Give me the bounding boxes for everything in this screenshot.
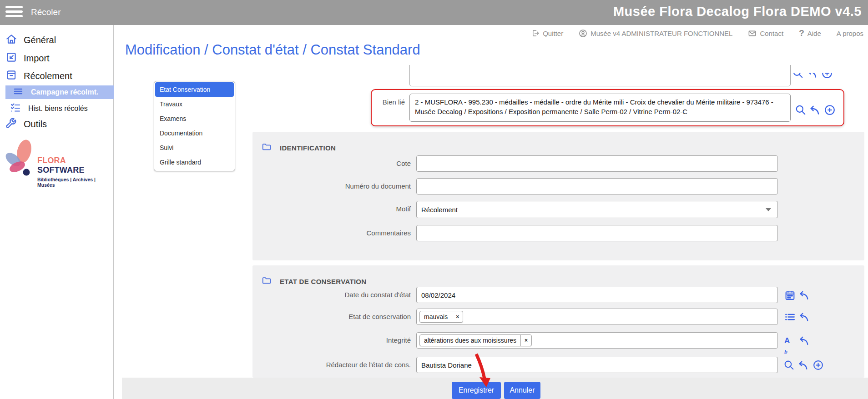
contact-link[interactable]: Contact — [748, 29, 783, 38]
home-icon — [5, 33, 17, 47]
bien-lie-label: Bien lié — [346, 98, 405, 106]
sidebar-label: Hist. biens récolés — [28, 105, 88, 113]
tag-label: altérations dues aux moisissures — [420, 335, 520, 346]
search-icon[interactable] — [795, 104, 807, 116]
undo-icon[interactable] — [807, 73, 818, 81]
date-constat-label: Date du constat d'état — [252, 291, 411, 299]
section-menu-item-travaux[interactable]: Travaux — [155, 97, 234, 111]
save-button[interactable]: Enregistrer — [452, 382, 501, 399]
user-label: Musée v4 ADMINISTRATEUR FONCTIONNEL — [590, 30, 732, 37]
section-menu-item-suivi[interactable]: Suivi — [155, 140, 234, 155]
text-ab-icon[interactable]: Ab — [784, 335, 796, 346]
integrite-actions: Ab — [784, 335, 810, 346]
add-icon[interactable] — [821, 73, 833, 81]
identification-panel: IDENTIFICATION Cote Numéro du document M… — [252, 132, 864, 260]
brand-name-software: SOFTWARE — [37, 165, 85, 175]
etat-conservation-actions — [784, 311, 810, 323]
wrench-icon — [5, 117, 17, 132]
search-icon[interactable] — [783, 359, 795, 371]
undo-icon[interactable] — [798, 359, 809, 371]
contact-label: Contact — [760, 30, 783, 37]
help-link[interactable]: ? Aide — [799, 28, 821, 38]
calendar-icon[interactable] — [784, 289, 796, 301]
motif-selected-value: Récolement — [421, 206, 766, 214]
about-label: A propos — [837, 30, 863, 37]
utility-links: Quitter Musée v4 ADMINISTRATEUR FONCTION… — [531, 26, 863, 40]
cropped-field-above[interactable] — [409, 65, 791, 86]
question-icon: ? — [799, 28, 804, 38]
dropdown-arrow-icon — [766, 208, 771, 211]
import-icon — [5, 51, 17, 65]
etat-conservation-label: Etat de conservation — [252, 313, 411, 320]
sidebar-item-outils[interactable]: Outils — [5, 117, 47, 132]
about-link[interactable]: A propos — [837, 30, 863, 37]
app-title: Musée Flora Decalog Flora DEMO v4.5 — [613, 4, 862, 19]
cropped-field-icons — [792, 73, 842, 86]
section-menu-item-etat-conservation[interactable]: Etat Conservation — [155, 82, 234, 97]
motif-select[interactable]: Récolement — [416, 201, 778, 218]
sidebar-label: Outils — [24, 119, 47, 130]
sidebar-item-recolement[interactable]: Récolement — [5, 69, 72, 83]
cote-label: Cote — [252, 160, 411, 167]
sidebar-item-hist-biens-recoles[interactable]: Hist. biens récolés — [10, 102, 88, 115]
date-constat-actions — [784, 289, 810, 301]
app-window: Récoler Musée Flora Decalog Flora DEMO v… — [0, 0, 868, 399]
sidebar-item-general[interactable]: Général — [5, 33, 56, 47]
tag-chip: altérations dues aux moisissures × — [419, 334, 532, 346]
flora-software-logo: FLORA SOFTWARE Bibliothèques | Archives … — [3, 138, 114, 188]
page-title: Modification / Constat d'état / Constat … — [125, 42, 420, 58]
logo-petals-icon — [3, 138, 39, 181]
list-icon[interactable] — [784, 311, 796, 323]
envelope-icon — [748, 29, 757, 38]
sidebar-label: Campagne récolmt. — [31, 88, 98, 96]
remove-tag-icon[interactable]: × — [520, 335, 531, 346]
integrite-field[interactable]: altérations dues aux moisissures × — [416, 332, 778, 349]
user-icon — [579, 29, 587, 38]
section-menu-item-examens[interactable]: Examens — [155, 111, 234, 126]
redacteur-input[interactable] — [416, 357, 778, 373]
top-bar: Récoler Musée Flora Decalog Flora DEMO v… — [0, 0, 868, 25]
folder-icon — [262, 142, 272, 154]
undo-icon[interactable] — [809, 104, 821, 116]
numero-document-input[interactable] — [416, 178, 778, 195]
etat-conservation-field[interactable]: mauvais × — [416, 309, 778, 325]
section-menu-item-documentation[interactable]: Documentation — [155, 126, 234, 140]
sidebar-item-campagne-recolement[interactable]: Campagne récolmt. — [5, 85, 114, 99]
add-icon[interactable] — [812, 359, 824, 371]
sidebar-item-import[interactable]: Import — [5, 51, 50, 65]
redacteur-actions — [783, 359, 824, 371]
folder-icon — [262, 275, 272, 287]
undo-icon[interactable] — [799, 335, 810, 346]
undo-icon[interactable] — [799, 311, 810, 323]
topbar-nav-label[interactable]: Récoler — [31, 7, 61, 17]
panel-title: ETAT DE CONSERVATION — [280, 278, 366, 285]
quit-link[interactable]: Quitter — [531, 29, 563, 37]
brand-name-flora: FLORA — [37, 156, 66, 165]
lines-icon — [13, 86, 24, 99]
section-menu: Etat Conservation Travaux Examens Docume… — [154, 81, 235, 171]
bien-lie-field[interactable]: 2 - MUSFLORA - 995.230 - médailles - méd… — [409, 94, 791, 122]
tag-label: mauvais — [420, 311, 452, 322]
bien-lie-actions — [795, 104, 836, 116]
brand-tagline: Bibliothèques | Archives | Musées — [37, 177, 114, 188]
add-icon[interactable] — [824, 104, 836, 116]
undo-icon[interactable] — [799, 289, 810, 301]
tag-chip: mauvais × — [419, 311, 463, 323]
etat-conservation-panel: ETAT DE CONSERVATION Date du constat d'é… — [252, 265, 864, 378]
sidebar-label: Import — [24, 53, 50, 64]
user-menu[interactable]: Musée v4 ADMINISTRATEUR FONCTIONNEL — [579, 29, 732, 38]
remove-tag-icon[interactable]: × — [452, 311, 463, 322]
help-label: Aide — [807, 30, 821, 37]
commentaires-input[interactable] — [416, 225, 778, 241]
cote-input[interactable] — [416, 155, 778, 172]
search-icon[interactable] — [792, 73, 804, 81]
hamburger-menu-icon[interactable] — [5, 6, 24, 19]
section-menu-item-grille-standard[interactable]: Grille standard — [155, 155, 234, 170]
numero-document-label: Numéro du document — [252, 182, 411, 190]
cancel-button[interactable]: Annuler — [504, 382, 540, 399]
sidebar-label: Général — [24, 35, 56, 45]
checklist-icon — [10, 102, 21, 115]
integrite-label: Integrité — [252, 336, 411, 344]
quit-label: Quitter — [543, 30, 563, 37]
date-constat-input[interactable] — [416, 287, 778, 303]
